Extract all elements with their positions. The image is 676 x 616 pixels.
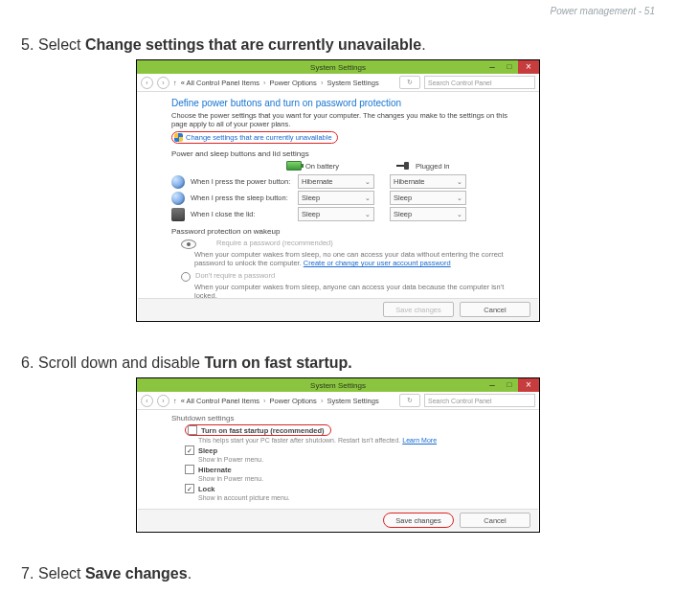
window-titlebar: System Settings [137,378,539,392]
panel-body: Define power buttons and turn on passwor… [137,92,539,308]
save-changes-button[interactable]: Save changes [383,302,454,317]
window-title: System Settings [310,63,366,72]
lid-plugged-select[interactable]: Sleep⌄ [390,207,466,221]
step-7-bold: Save changes [85,565,188,582]
step-6-number: 6. [21,354,38,372]
step-7-number: 7. [21,565,38,582]
step-6-pre: Scroll down and disable [38,354,204,371]
sleep-battery-select[interactable]: Sleep⌄ [298,191,374,205]
sleep-sub: Show in Power menu. [198,456,516,463]
col-plugged-in: Plugged in [396,161,449,171]
search-input[interactable]: Search Control Panel [424,76,535,89]
step-5-post: . [421,36,425,53]
password-section: Password protection on wakeup Require a … [171,227,516,301]
screenshot-2: System Settings ‹ › ↑ « All Control Pane… [136,377,540,533]
power-plugged-select[interactable]: Hibernate⌄ [390,174,466,189]
radio-no-password[interactable] [181,272,191,282]
hibernate-checkbox[interactable] [185,465,194,474]
sleep-label: Sleep [198,446,217,455]
sleep-checkbox[interactable] [185,445,194,455]
forward-button[interactable]: › [157,77,169,89]
breadcrumb-sep: › [321,79,324,87]
breadcrumb-sep: › [263,397,266,405]
fast-startup-sub: This helps start your PC faster after sh… [198,437,516,444]
cancel-button[interactable]: Cancel [460,302,530,317]
close-button[interactable] [518,378,539,392]
shield-icon [174,133,183,142]
window-buttons [484,378,539,392]
radio-require-label: Require a password (recommended) [216,239,333,247]
row-label: When I press the power button: [191,177,298,186]
breadcrumb[interactable]: « All Control Panel Items › Power Option… [181,397,392,405]
up-icon[interactable]: ↑ [173,397,177,405]
refresh-button[interactable]: ↻ [399,394,420,407]
lid-battery-select[interactable]: Sleep⌄ [298,207,374,221]
fast-startup-outline: Turn on fast startup (recommended) [185,424,331,436]
step-7-post: . [188,565,192,582]
row-power-button: When I press the power button: Hibernate… [171,174,516,189]
chevron-down-icon: ⌄ [365,211,371,218]
fast-startup-checkbox[interactable] [188,425,197,435]
refresh-button[interactable]: ↻ [399,76,420,89]
dialog-footer: Save changes Cancel [138,509,538,531]
panel-body-2: Shutdown settings Turn on fast startup (… [137,410,539,507]
breadcrumb-item-1[interactable]: Power Options [270,397,317,405]
forward-button[interactable]: › [157,395,169,407]
maximize-button[interactable] [501,60,518,74]
lock-label: Lock [198,485,215,493]
step-6-bold: Turn on fast startup. [204,354,351,371]
breadcrumb-item-1[interactable]: Power Options [270,79,317,87]
breadcrumb-item-0[interactable]: All Control Panel Items [187,79,259,87]
chevron-down-icon: ⌄ [457,194,462,202]
radio-no-password-label: Don't require a password [195,271,275,280]
toolbar: ‹ › ↑ « All Control Panel Items › Power … [137,392,539,410]
radio-require-password[interactable] [181,240,196,249]
password-section-title: Password protection on wakeup [171,227,516,236]
change-settings-link[interactable]: Change settings that are currently unava… [186,133,332,142]
battery-icon [286,161,302,171]
power-battery-select[interactable]: Hibernate⌄ [298,174,374,189]
power-buttons-title: Power and sleep buttons and lid settings [171,149,516,158]
screenshot-1: System Settings ‹ › ↑ « All Control Pane… [136,59,540,322]
up-icon[interactable]: ↑ [173,79,177,87]
step-5-bold: Change settings that are currently unava… [85,36,421,53]
sleep-icon [171,192,185,205]
save-changes-button[interactable]: Save changes [383,513,454,528]
hibernate-label: Hibernate [198,466,232,474]
require-password-help: When your computer wakes from sleep, no … [194,250,516,268]
power-icon [171,175,185,189]
toolbar: ‹ › ↑ « All Control Panel Items › Power … [137,74,539,92]
chevron-down-icon: ⌄ [457,211,462,218]
lock-checkbox[interactable] [185,484,194,493]
search-input[interactable]: Search Control Panel [424,394,535,407]
maximize-button[interactable] [501,378,518,392]
breadcrumb-item-2[interactable]: System Settings [327,79,378,87]
dialog-footer: Save changes Cancel [138,298,538,320]
close-button[interactable] [518,60,539,74]
back-button[interactable]: ‹ [141,395,153,407]
fast-startup-label: Turn on fast startup (recommended) [201,426,325,435]
minimize-button[interactable] [484,60,501,74]
lock-sub: Show in account picture menu. [198,494,516,501]
window-titlebar: System Settings [137,60,539,74]
create-password-link[interactable]: Create or change your user account passw… [304,259,451,267]
step-5: 5.Select Change settings that are curren… [21,36,655,54]
plug-icon [396,161,412,171]
breadcrumb-sep: › [263,79,266,87]
breadcrumb[interactable]: « All Control Panel Items › Power Option… [181,79,392,87]
sleep-plugged-select[interactable]: Sleep⌄ [390,191,466,205]
breadcrumb-sep: › [321,397,324,405]
power-buttons-section: Power and sleep buttons and lid settings… [171,149,516,221]
step-5-number: 5. [21,36,38,54]
breadcrumb-item-2[interactable]: System Settings [327,397,378,405]
col-on-battery: On battery [286,161,339,171]
cancel-button[interactable]: Cancel [460,513,530,528]
chevron-down-icon: ⌄ [365,194,371,202]
breadcrumb-item-0[interactable]: All Control Panel Items [187,397,259,405]
row-label: When I close the lid: [191,210,298,218]
row-sleep-button: When I press the sleep button: Sleep⌄ Sl… [171,191,516,205]
chevron-down-icon: ⌄ [457,178,462,186]
minimize-button[interactable] [484,378,501,392]
learn-more-link[interactable]: Learn More [402,437,437,444]
back-button[interactable]: ‹ [141,77,153,89]
